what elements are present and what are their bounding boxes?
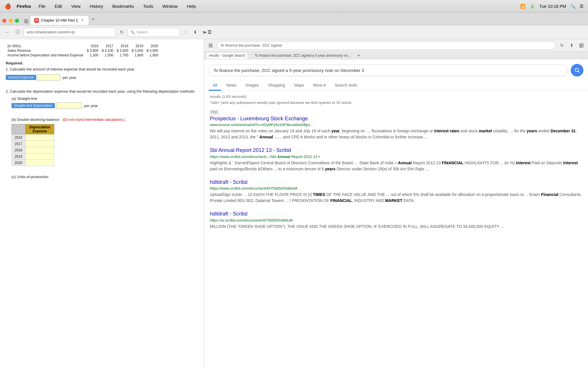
year-2019: 2019	[12, 153, 26, 160]
clock: Tue 10:16 PM	[539, 4, 566, 9]
dep-input-2019[interactable]	[25, 153, 54, 160]
result-url-3: https://www.scribd.com/document/44756850…	[210, 186, 582, 190]
right-url-text: To finance the purchase, ZCC signed	[220, 43, 282, 47]
sales-2019: $ 3,500	[130, 48, 145, 53]
menu-file[interactable]: File	[37, 3, 47, 9]
dep-input-2020[interactable]	[25, 160, 54, 166]
refresh-button[interactable]: ↻	[118, 28, 125, 36]
question-2: 2. Calculate the depreciation expense th…	[6, 89, 198, 94]
menu-tools[interactable]: Tools	[141, 3, 155, 9]
tab-images[interactable]: Images	[242, 81, 263, 91]
app-name[interactable]: Firefox	[17, 4, 31, 9]
tab-all[interactable]: All	[209, 81, 221, 91]
spotlight-icon[interactable]: 🔍	[570, 4, 576, 9]
browser-tabs-row: results - Google Search To finance the p…	[204, 52, 588, 59]
table-row: 2018	[12, 147, 54, 153]
menu-view[interactable]: View	[70, 3, 82, 9]
pdf-tag: PDF	[210, 110, 219, 115]
maximize-button[interactable]	[15, 19, 19, 23]
ext-icon1[interactable]: ≫	[202, 30, 207, 35]
info-button[interactable]: ⓘ	[14, 28, 21, 36]
table-row: 2016	[12, 134, 54, 141]
warning-quote: "ratio"	[210, 100, 220, 105]
minimize-button[interactable]	[9, 19, 13, 23]
menu-help[interactable]: Help	[185, 3, 197, 9]
tab-hw[interactable]: M Chapter 10 HW Part 2 ✕	[30, 15, 89, 25]
share-right[interactable]: ⬆	[568, 42, 575, 49]
menu-bookmarks[interactable]: Bookmarks	[111, 3, 136, 9]
result-title-3[interactable]: hdildraft - Scribd	[210, 179, 582, 186]
section-b-area: (b) Double-declining-balance (Do not rou…	[11, 117, 198, 122]
straight-line-input[interactable]	[56, 102, 82, 109]
result-snippet-1: We will pay interest on the notes on Jan…	[210, 128, 582, 140]
interest-expense-input[interactable]	[37, 74, 60, 81]
result-url-1: www.bourse.lu/download/dl?v=ADyMFy5zxNFi…	[210, 123, 582, 127]
google-search-input[interactable]: To finance the purchase, ZCC signed a 5-…	[209, 64, 568, 76]
straight-line-row: Straight-line Depreciation per year	[11, 102, 198, 109]
tab-search-tools[interactable]: Search tools	[331, 81, 361, 91]
svg-rect-9	[580, 46, 582, 47]
svg-rect-2	[24, 22, 28, 23]
tab-shopping[interactable]: Shopping	[264, 81, 289, 91]
dep-input-2017[interactable]	[25, 141, 54, 147]
result-title-2[interactable]: Sbi Annual Report 2012 13 - Scribd	[210, 147, 582, 154]
window-controls	[2, 19, 19, 23]
dep-input-2018[interactable]	[25, 147, 54, 153]
back-button[interactable]: ←	[3, 28, 11, 37]
dep-input-2016[interactable]	[25, 134, 54, 141]
tab-close-btn[interactable]: ✕	[80, 18, 85, 23]
bookmark-button[interactable]: ☆	[182, 28, 189, 36]
url-input-left[interactable]: ezto.mheducation.com/hm.tp	[24, 28, 116, 37]
required-title: Required:	[6, 61, 198, 65]
homework-panel: (in 000s) 2016 2017 2018 2019 2020 Sales…	[0, 39, 204, 368]
dep-table-header-expense: DepreciationExpense	[25, 124, 54, 134]
tab-maps[interactable]: Maps	[290, 81, 308, 91]
reader-right[interactable]	[578, 42, 585, 49]
right-address-bar: To finance the purchase, ZCC signed ↻ ⬆	[204, 39, 588, 52]
tab-news[interactable]: News	[222, 81, 241, 91]
new-tab-button[interactable]: +	[89, 15, 97, 23]
google-header: To finance the purchase, ZCC signed a 5-…	[204, 59, 588, 91]
year-2017: 2017	[12, 141, 26, 147]
sales-2018: $ 3,400	[115, 48, 130, 53]
table-header-2018: 2018	[115, 44, 130, 48]
sidebar-toggle-right[interactable]	[207, 42, 214, 49]
search-input-left[interactable]: Search	[137, 30, 148, 34]
menu-button[interactable]: ☰	[207, 29, 212, 35]
svg-rect-3	[209, 44, 213, 44]
tab-bar: M Chapter 10 HW Part 2 ✕ +	[0, 13, 588, 25]
refresh-right[interactable]: ↻	[558, 42, 566, 49]
result-title-1[interactable]: Prospectus - Luxembourg Stock Exchange	[210, 115, 582, 122]
menu-edit[interactable]: Edit	[53, 3, 64, 9]
result-title-4[interactable]: hdildraft - Scribd	[210, 211, 582, 217]
menu-window[interactable]: Window	[161, 3, 179, 9]
table-header-label: (in 000s)	[6, 44, 85, 48]
address-bar: ← ⓘ ezto.mheducation.com/hm.tp ↻ 🔍 Searc…	[0, 25, 588, 39]
tab-google-promissory[interactable]: To finance the purchase, ZCC signed a 5-…	[252, 52, 353, 59]
tab-google-results[interactable]: results - Google Search	[206, 52, 248, 59]
income-2020: 1,900	[145, 53, 160, 58]
search-result: Sbi Annual Report 2012 13 - Scribd https…	[210, 147, 582, 172]
close-button[interactable]	[2, 19, 6, 23]
url-dropdown-icon[interactable]: ▾	[318, 155, 320, 159]
tab-more[interactable]: More ▾	[309, 81, 330, 91]
apple-menu[interactable]: 🍎	[5, 3, 11, 9]
search-result: PDF Prospectus - Luxembourg Stock Exchan…	[210, 109, 582, 140]
menu-history[interactable]: History	[88, 3, 105, 9]
sidebar-toggle[interactable]	[22, 18, 30, 25]
section-b-label: (b) Double-declining-balance	[11, 117, 59, 122]
download-button[interactable]: ⬇	[191, 28, 199, 36]
google-search-text: To finance the purchase, ZCC signed a 5-…	[214, 68, 364, 73]
dep-table-header-year	[12, 124, 26, 134]
svg-rect-5	[209, 47, 213, 47]
year-2018: 2018	[12, 147, 26, 153]
right-url-input[interactable]: To finance the purchase, ZCC signed	[217, 41, 556, 50]
income-2017: 1,500	[100, 53, 115, 58]
new-tab-right[interactable]: +	[358, 53, 360, 58]
search-icon-left: 🔍	[130, 30, 135, 34]
google-search-button[interactable]	[571, 64, 583, 77]
result-snippet-3: UploadSign inJoin ... 10 EACH THE FLOOR …	[210, 192, 582, 204]
notification-icon[interactable]: ☰	[580, 4, 583, 9]
sales-2017: $ 3,100	[100, 48, 115, 53]
section-a-label: (a) Straight-line	[11, 96, 198, 101]
